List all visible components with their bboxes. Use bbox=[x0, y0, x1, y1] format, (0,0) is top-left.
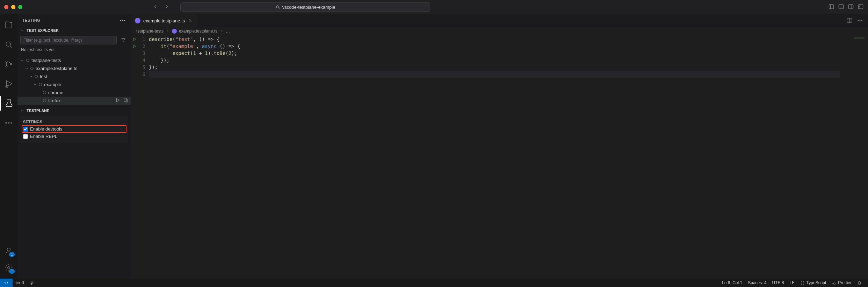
line-number: 4 bbox=[138, 57, 149, 64]
tree-browser-firefox[interactable]: firefox bbox=[17, 97, 131, 105]
tree-file[interactable]: example.testplane.ts bbox=[17, 64, 131, 72]
setting-enable-repl[interactable]: Enable REPL bbox=[22, 133, 126, 140]
testplane-settings: SETTINGS Enable devtools Enable REPL bbox=[20, 116, 128, 143]
testplane-file-icon bbox=[172, 29, 177, 34]
sidebar-more-icon[interactable]: ••• bbox=[120, 18, 126, 22]
close-window-icon[interactable] bbox=[4, 5, 8, 9]
tree-case[interactable]: example bbox=[17, 80, 131, 89]
zoom-window-icon[interactable] bbox=[18, 5, 22, 9]
status-ring-icon bbox=[26, 59, 29, 62]
layout-customize-icon[interactable] bbox=[858, 4, 864, 11]
forward-button[interactable] bbox=[164, 4, 170, 11]
status-ring-icon bbox=[43, 99, 46, 102]
status-cursor[interactable]: Ln 6, Col 1 bbox=[719, 280, 745, 285]
explorer-view-icon[interactable] bbox=[0, 18, 17, 32]
testplane-section-header[interactable]: TESTPLANE bbox=[17, 106, 131, 115]
toggle-panel-left-icon[interactable] bbox=[828, 4, 834, 11]
testing-view-icon[interactable] bbox=[0, 96, 17, 111]
svg-rect-2 bbox=[839, 5, 844, 9]
braces-icon bbox=[800, 281, 805, 285]
svg-point-20 bbox=[17, 282, 18, 283]
status-run-task[interactable] bbox=[27, 281, 37, 285]
crumb-file[interactable]: example.testplane.ts bbox=[179, 29, 217, 34]
more-views-icon[interactable] bbox=[0, 115, 17, 130]
run-line-icon[interactable] bbox=[131, 43, 138, 50]
repl-checkbox[interactable] bbox=[23, 134, 28, 139]
remote-indicator[interactable] bbox=[0, 279, 13, 287]
search-icon bbox=[275, 5, 280, 9]
testplane-title: TESTPLANE bbox=[27, 108, 49, 113]
status-language[interactable]: TypeScript bbox=[797, 280, 829, 285]
search-view-icon[interactable] bbox=[0, 37, 17, 52]
status-bell-icon[interactable] bbox=[854, 280, 865, 285]
tree-label: testplane-tests bbox=[31, 58, 61, 63]
svg-point-6 bbox=[6, 61, 7, 62]
test-explorer-header[interactable]: TEST EXPLORER bbox=[17, 26, 131, 35]
code-content[interactable]: describe("test", () => { it("example", a… bbox=[149, 35, 840, 279]
status-eol[interactable]: LF bbox=[787, 280, 797, 285]
crumb-folder[interactable]: testplane-tests bbox=[136, 29, 164, 34]
crumb-more[interactable]: … bbox=[226, 29, 230, 34]
command-center-text: vscode-testplane-example bbox=[282, 5, 335, 10]
editor-tabbar: example.testplane.ts bbox=[131, 14, 868, 27]
devtools-checkbox[interactable] bbox=[23, 127, 28, 132]
svg-point-13 bbox=[7, 248, 10, 251]
status-encoding[interactable]: UTF-8 bbox=[769, 280, 787, 285]
command-center[interactable]: vscode-testplane-example bbox=[180, 2, 430, 12]
settings-gear-icon[interactable]: 1 bbox=[0, 260, 17, 275]
setting-enable-devtools[interactable]: Enable devtools bbox=[22, 125, 126, 133]
minimize-window-icon[interactable] bbox=[11, 5, 15, 9]
svg-point-7 bbox=[6, 65, 7, 67]
run-debug-view-icon[interactable] bbox=[0, 76, 17, 91]
source-control-view-icon[interactable] bbox=[0, 57, 17, 71]
goto-test-icon[interactable] bbox=[123, 98, 128, 104]
line-number: 6 bbox=[138, 71, 149, 78]
toggle-panel-bottom-icon[interactable] bbox=[838, 4, 844, 11]
back-button[interactable] bbox=[152, 4, 159, 11]
tree-label: example.testplane.ts bbox=[36, 66, 77, 71]
line-number: 1 bbox=[138, 36, 149, 43]
tree-browser-chrome[interactable]: chrome bbox=[17, 89, 131, 97]
svg-point-12 bbox=[11, 122, 12, 123]
editor-more-icon[interactable] bbox=[857, 17, 863, 24]
lightning-icon bbox=[30, 281, 34, 285]
nav-arrows bbox=[152, 4, 170, 11]
devtools-label: Enable devtools bbox=[30, 126, 63, 132]
svg-rect-15 bbox=[124, 98, 126, 102]
run-test-icon[interactable] bbox=[115, 98, 120, 104]
svg-point-17 bbox=[858, 20, 859, 20]
tree-suite-root[interactable]: testplane-tests bbox=[17, 56, 131, 64]
chevron-down-icon bbox=[24, 66, 29, 71]
minimap[interactable] bbox=[840, 35, 868, 279]
test-filter-input[interactable] bbox=[20, 36, 117, 44]
tab-label: example.testplane.ts bbox=[143, 18, 185, 23]
svg-point-18 bbox=[860, 20, 860, 20]
toggle-panel-right-icon[interactable] bbox=[848, 4, 854, 11]
tree-suite[interactable]: test bbox=[17, 72, 131, 80]
editor-tab[interactable]: example.testplane.ts bbox=[131, 14, 197, 27]
split-editor-icon[interactable] bbox=[846, 17, 853, 24]
svg-point-5 bbox=[6, 42, 10, 46]
code-editor[interactable]: 1 2 3 4 5 6 describe("test", () => { it(… bbox=[131, 35, 868, 279]
filter-icon[interactable] bbox=[119, 36, 128, 44]
status-indent[interactable]: Spaces: 4 bbox=[745, 280, 769, 285]
svg-point-14 bbox=[8, 267, 10, 269]
check-double-icon bbox=[832, 281, 836, 285]
status-ring-icon bbox=[30, 67, 34, 70]
test-tree: testplane-tests example.testplane.ts tes… bbox=[17, 54, 131, 106]
line-number: 3 bbox=[138, 50, 149, 57]
run-line-icon[interactable] bbox=[131, 36, 138, 43]
accounts-icon[interactable]: 1 bbox=[0, 244, 17, 258]
tree-label: chrome bbox=[48, 90, 63, 95]
breadcrumb[interactable]: testplane-tests example.testplane.ts … bbox=[131, 27, 868, 35]
status-ring-icon bbox=[43, 91, 46, 94]
tab-close-icon[interactable] bbox=[188, 18, 193, 24]
test-explorer-title: TEST EXPLORER bbox=[27, 28, 59, 33]
svg-rect-3 bbox=[848, 5, 853, 9]
status-prettier[interactable]: Prettier bbox=[829, 280, 854, 285]
status-ports[interactable]: 0 bbox=[13, 280, 27, 285]
settings-badge: 1 bbox=[9, 269, 15, 274]
svg-point-19 bbox=[861, 20, 862, 20]
no-results-label: No test results yet. bbox=[17, 46, 131, 54]
titlebar: vscode-testplane-example bbox=[0, 0, 868, 14]
